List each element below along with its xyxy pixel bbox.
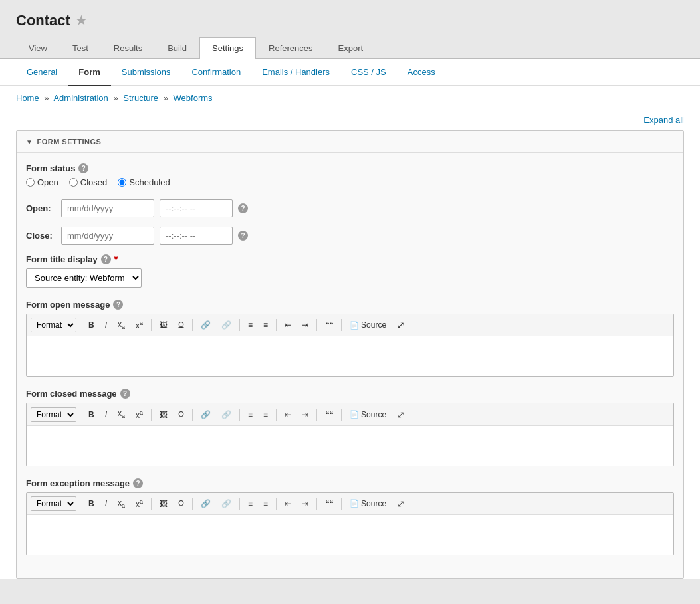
rte-italic-exception[interactable]: I <box>100 496 112 511</box>
rte-body-exception[interactable] <box>27 515 673 555</box>
rte-ol-closed[interactable]: ≡ <box>243 407 257 422</box>
rte-bold-open[interactable]: B <box>84 318 99 332</box>
subtab-submissions[interactable]: Submissions <box>111 59 181 86</box>
rte-source-exception[interactable]: 📄 Source <box>345 496 391 511</box>
rte-body-open[interactable] <box>27 336 673 376</box>
panel-header[interactable]: ▼ FORM SETTINGS <box>17 131 683 153</box>
radio-open[interactable]: Open <box>26 177 58 187</box>
rte-blockquote-closed[interactable]: ❝❝ <box>320 407 338 422</box>
rte-unlink-open[interactable]: 🔗 <box>217 318 236 332</box>
tab-references[interactable]: References <box>256 37 325 58</box>
form-title-help-icon[interactable]: ? <box>101 254 111 264</box>
rte-maximize-open[interactable]: ⤢ <box>392 317 409 333</box>
radio-closed-input[interactable] <box>69 178 78 187</box>
tab-view[interactable]: View <box>16 37 60 58</box>
rte-link-closed[interactable]: 🔗 <box>196 407 215 422</box>
rte-sep-c7 <box>341 409 342 421</box>
breadcrumb-administration[interactable]: Administration <box>53 93 108 103</box>
open-date-help-icon[interactable]: ? <box>238 203 248 213</box>
rte-source-closed[interactable]: 📄 Source <box>345 407 391 422</box>
subtab-css-js[interactable]: CSS / JS <box>340 59 397 86</box>
rte-bold-exception[interactable]: B <box>84 496 99 511</box>
rte-link-exception[interactable]: 🔗 <box>196 496 215 511</box>
rte-omega-exception[interactable]: Ω <box>174 496 189 511</box>
rte-maximize-closed[interactable]: ⤢ <box>392 407 409 423</box>
rte-indent-left-open[interactable]: ⇤ <box>280 318 296 332</box>
rte-subscript-open[interactable]: xa <box>113 317 130 333</box>
breadcrumb-webforms[interactable]: Webforms <box>174 93 213 103</box>
rte-blockquote-open[interactable]: ❝❝ <box>320 318 338 332</box>
rte-ul-closed[interactable]: ≡ <box>259 407 273 422</box>
sub-tab-bar: General Form Submissions Confirmation Em… <box>0 59 700 86</box>
rte-indent-left-closed[interactable]: ⇤ <box>280 407 296 422</box>
form-title-display-group: Form title display ? * Source entity: We… <box>26 254 674 288</box>
subtab-general[interactable]: General <box>16 59 68 86</box>
close-date-input[interactable] <box>61 227 154 245</box>
tab-settings[interactable]: Settings <box>199 37 256 59</box>
rte-ul-exception[interactable]: ≡ <box>259 496 273 511</box>
form-settings-panel: ▼ FORM SETTINGS Form status ? Open <box>16 130 684 579</box>
rte-ol-exception[interactable]: ≡ <box>243 496 257 511</box>
rte-subscript-exception[interactable]: xa <box>113 496 130 512</box>
close-date-help-icon[interactable]: ? <box>238 231 248 241</box>
rte-source-open[interactable]: 📄 Source <box>345 318 391 332</box>
rte-body-closed[interactable] <box>27 426 673 466</box>
tab-export[interactable]: Export <box>326 37 376 58</box>
rte-unlink-closed[interactable]: 🔗 <box>217 407 236 422</box>
form-exception-message-help-icon[interactable]: ? <box>133 478 143 488</box>
page-title: Contact ★ <box>16 12 684 29</box>
rte-sep-1 <box>80 319 80 331</box>
rte-format-select-open[interactable]: Format <box>31 318 76 332</box>
rte-format-select-closed[interactable]: Format <box>31 407 76 422</box>
tab-build[interactable]: Build <box>155 37 199 58</box>
radio-closed[interactable]: Closed <box>69 177 107 187</box>
subtab-confirmation[interactable]: Confirmation <box>181 59 251 86</box>
rte-indent-right-open[interactable]: ⇥ <box>297 318 313 332</box>
rte-format-select-exception[interactable]: Format <box>31 496 76 511</box>
expand-all-button[interactable]: Expand all <box>643 115 684 125</box>
rte-sep-e5 <box>276 498 277 510</box>
subtab-form[interactable]: Form <box>68 59 111 86</box>
rte-indent-right-exception[interactable]: ⇥ <box>297 496 313 511</box>
favorite-star-icon[interactable]: ★ <box>76 13 86 28</box>
radio-scheduled-input[interactable] <box>118 178 126 187</box>
rte-blockquote-exception[interactable]: ❝❝ <box>320 496 338 511</box>
close-time-input[interactable] <box>160 227 233 245</box>
rte-link-open[interactable]: 🔗 <box>196 318 215 332</box>
form-title-display-select[interactable]: Source entity: Webform <box>26 268 142 288</box>
subtab-emails-handlers[interactable]: Emails / Handlers <box>251 59 340 86</box>
tab-results[interactable]: Results <box>101 37 155 58</box>
rte-sep-c4 <box>239 409 240 421</box>
radio-open-input[interactable] <box>26 178 35 187</box>
rte-italic-closed[interactable]: I <box>100 407 112 422</box>
rte-image-closed[interactable]: 🖼 <box>155 407 172 422</box>
form-closed-message-help-icon[interactable]: ? <box>120 389 130 399</box>
breadcrumb-structure[interactable]: Structure <box>123 93 158 103</box>
rte-omega-open[interactable]: Ω <box>174 318 189 332</box>
rte-ul-open[interactable]: ≡ <box>259 318 273 332</box>
subtab-access[interactable]: Access <box>397 59 446 86</box>
open-time-input[interactable] <box>160 199 233 217</box>
rte-sep-c5 <box>276 409 277 421</box>
rte-indent-left-exception[interactable]: ⇤ <box>280 496 296 511</box>
rte-superscript-closed[interactable]: xa <box>131 407 148 423</box>
rte-superscript-open[interactable]: xa <box>131 317 148 333</box>
form-status-help-icon[interactable]: ? <box>78 163 88 173</box>
rte-bold-closed[interactable]: B <box>84 407 99 422</box>
rte-italic-open[interactable]: I <box>100 318 112 332</box>
radio-scheduled[interactable]: Scheduled <box>118 177 170 187</box>
breadcrumb-home[interactable]: Home <box>16 93 39 103</box>
form-exception-message-label: Form exception message <box>26 478 130 488</box>
rte-unlink-exception[interactable]: 🔗 <box>217 496 236 511</box>
rte-image-open[interactable]: 🖼 <box>155 318 172 332</box>
rte-superscript-exception[interactable]: xa <box>131 496 148 512</box>
form-open-message-help-icon[interactable]: ? <box>113 300 123 310</box>
rte-maximize-exception[interactable]: ⤢ <box>392 496 409 512</box>
rte-indent-right-closed[interactable]: ⇥ <box>297 407 313 422</box>
rte-omega-closed[interactable]: Ω <box>174 407 189 422</box>
rte-subscript-closed[interactable]: xa <box>113 406 130 422</box>
rte-image-exception[interactable]: 🖼 <box>155 496 172 511</box>
tab-test[interactable]: Test <box>60 37 101 58</box>
rte-ol-open[interactable]: ≡ <box>243 318 257 332</box>
open-date-input[interactable] <box>61 199 154 217</box>
